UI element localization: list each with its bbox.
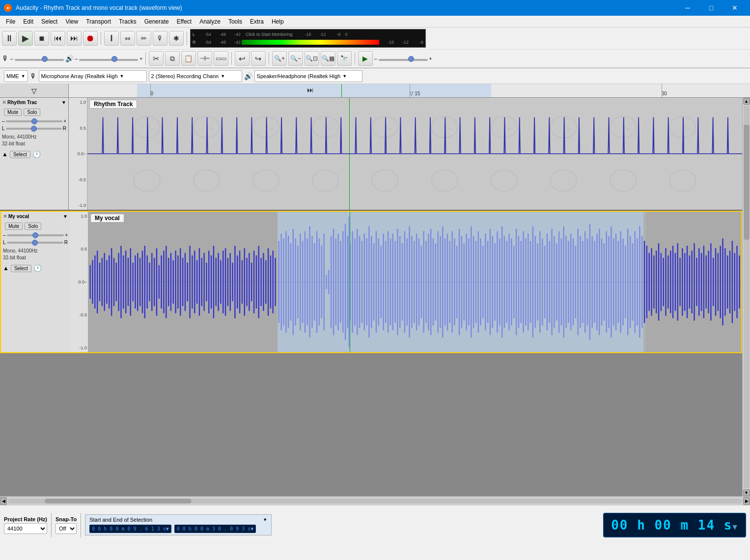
zoom-tool-button[interactable]: 🎙 bbox=[153, 31, 167, 46]
envelope-tool-button[interactable]: ⇔ bbox=[120, 31, 135, 46]
minimize-button[interactable]: ─ bbox=[676, 0, 699, 16]
project-rate-select[interactable]: 44100 bbox=[4, 523, 47, 534]
vocal-select-btn[interactable]: Select bbox=[11, 265, 31, 272]
zoom-sel-button[interactable]: 🔍▦ bbox=[321, 51, 335, 66]
menu-analyze[interactable]: Analyze bbox=[195, 17, 224, 26]
vocal-collapse-icon[interactable]: ▲ bbox=[3, 265, 9, 272]
silence-button[interactable]: ▭▭ bbox=[214, 51, 228, 66]
vocal-solo-btn[interactable]: Solo bbox=[25, 223, 41, 230]
rhythm-collapse-icon[interactable]: ▲ bbox=[2, 151, 8, 158]
menu-effect[interactable]: Effect bbox=[173, 17, 195, 26]
svg-rect-112 bbox=[251, 263, 252, 302]
vocal-track-controls: ✕ My vocal ▼ Mute Solo – bbox=[1, 212, 70, 352]
menu-file[interactable]: File bbox=[2, 17, 19, 26]
play-button[interactable]: ▶ bbox=[18, 31, 33, 46]
rhythm-solo-btn[interactable]: Solo bbox=[24, 109, 40, 116]
vocal-clock-icon[interactable]: 🕐 bbox=[33, 264, 42, 272]
audio-host-select[interactable]: MME ▼ bbox=[4, 70, 28, 82]
undo-button[interactable]: ↩ bbox=[235, 51, 250, 66]
rhythm-track-dropdown[interactable]: ▼ bbox=[61, 100, 66, 105]
scroll-thumb[interactable] bbox=[744, 125, 750, 240]
menu-tracks[interactable]: Tracks bbox=[115, 17, 140, 26]
play-speed-button[interactable]: ▶ bbox=[358, 51, 373, 66]
zoom-other-button[interactable]: 🔭 bbox=[337, 51, 352, 66]
cut-button[interactable]: ✂ bbox=[149, 51, 164, 66]
menu-generate[interactable]: Generate bbox=[140, 17, 173, 26]
svg-rect-280 bbox=[649, 253, 650, 311]
svg-point-15 bbox=[431, 170, 457, 192]
trim-button[interactable]: ⊣⊢ bbox=[197, 51, 212, 66]
menu-help[interactable]: Help bbox=[268, 17, 288, 26]
vocal-gain-thumb[interactable] bbox=[32, 232, 38, 238]
zoom-fit-button[interactable]: 🔍⊡ bbox=[305, 51, 319, 66]
scroll-left-btn[interactable]: ◀ bbox=[0, 497, 7, 505]
sep5 bbox=[269, 52, 269, 65]
select-tool-button[interactable]: I bbox=[104, 31, 119, 46]
svg-rect-75 bbox=[163, 251, 164, 313]
multitool-button[interactable]: ✱ bbox=[169, 31, 184, 46]
pause-button[interactable]: ⏸ bbox=[2, 31, 17, 46]
selection-end-display[interactable]: 0 0 h 0 0 m 3 0 . 0 9 3 s▼ bbox=[174, 525, 256, 533]
vocal-gain-slider[interactable] bbox=[7, 234, 64, 236]
rhythm-pan-thumb[interactable] bbox=[31, 126, 37, 132]
rhythm-gain-slider[interactable] bbox=[6, 120, 63, 122]
vocal-waveform[interactable]: My vocal bbox=[88, 212, 741, 352]
svg-rect-302 bbox=[701, 253, 702, 311]
selection-dropdown-btn[interactable]: ▼ bbox=[263, 517, 267, 522]
menu-transport[interactable]: Transport bbox=[82, 17, 115, 26]
vocal-track-info: Mono, 44100Hz 32-bit float bbox=[1, 246, 70, 263]
vocal-track-dropdown[interactable]: ▼ bbox=[63, 214, 68, 219]
scroll-right-btn[interactable]: ▶ bbox=[743, 497, 750, 505]
skip-end-button[interactable]: ⏭ bbox=[67, 31, 82, 46]
snap-to-select[interactable]: Off bbox=[56, 523, 77, 534]
vocal-pan-slider[interactable] bbox=[7, 242, 63, 244]
rhythm-playhead bbox=[349, 98, 350, 210]
zoom-out-button[interactable]: 🔍− bbox=[288, 51, 303, 66]
vocal-track-waveform-area: 1.0 0.5 0.0– -0.5 -1.0 My vocal bbox=[70, 212, 741, 352]
vocal-pan-thumb[interactable] bbox=[32, 240, 38, 246]
input-volume-slider[interactable] bbox=[15, 56, 64, 61]
maximize-button[interactable]: □ bbox=[700, 0, 722, 16]
vocal-close-btn[interactable]: ✕ bbox=[3, 213, 7, 220]
vertical-scrollbar[interactable]: ▲ ▼ bbox=[742, 98, 750, 496]
rhythm-gain-thumb[interactable] bbox=[31, 118, 37, 124]
svg-rect-316 bbox=[734, 253, 735, 311]
record-button[interactable]: ⏺ bbox=[83, 31, 98, 46]
menu-tools[interactable]: Tools bbox=[224, 17, 246, 26]
big-time-display[interactable]: 00 h 00 m 14 s▼ bbox=[603, 513, 746, 537]
paste-button[interactable]: 📋 bbox=[181, 51, 196, 66]
output-volume-slider[interactable] bbox=[79, 56, 138, 61]
zoom-in-button[interactable]: 🔍+ bbox=[272, 51, 287, 66]
input-device-select[interactable]: Microphone Array (Realtek High ▼ bbox=[39, 70, 147, 82]
input-channels-select[interactable]: 2 (Stereo) Recording Chann ▼ bbox=[149, 70, 242, 82]
menu-extra[interactable]: Extra bbox=[246, 17, 268, 26]
close-button[interactable]: ✕ bbox=[723, 0, 746, 16]
menu-select[interactable]: Select bbox=[37, 17, 61, 26]
scroll-up-btn[interactable]: ▲ bbox=[743, 98, 750, 105]
rhythm-close-btn[interactable]: ✕ bbox=[2, 99, 6, 106]
copy-button[interactable]: ⧉ bbox=[165, 51, 180, 66]
rhythm-waveform[interactable]: Rhythm Track bbox=[87, 98, 742, 210]
horizontal-scrollbar[interactable]: ◀ ▶ bbox=[0, 496, 750, 505]
selection-start-display[interactable]: 0 0 h 0 0 m 0 9 . 6 1 3 s▼ bbox=[89, 525, 171, 533]
menu-edit[interactable]: Edit bbox=[19, 17, 37, 26]
redo-button[interactable]: ↪ bbox=[251, 51, 266, 66]
svg-rect-95 bbox=[211, 255, 212, 308]
vocal-mute-btn[interactable]: Mute bbox=[5, 223, 23, 230]
selection-mode-label: Start and End of Selection bbox=[89, 517, 152, 523]
skip-start-button[interactable]: ⏮ bbox=[51, 31, 65, 46]
rhythm-clock-icon[interactable]: 🕐 bbox=[32, 150, 41, 158]
hscroll-thumb[interactable] bbox=[45, 499, 192, 504]
rhythm-select-btn[interactable]: Select bbox=[10, 151, 30, 158]
output-device-select[interactable]: Speaker/Headphone (Realtek High ▼ bbox=[254, 70, 362, 82]
scroll-down-btn[interactable]: ▼ bbox=[743, 489, 750, 496]
playback-speed-slider[interactable] bbox=[379, 56, 428, 61]
menu-view[interactable]: View bbox=[61, 17, 82, 26]
ruler-mark-30: 30 bbox=[662, 91, 667, 96]
rhythm-mute-btn[interactable]: Mute bbox=[4, 109, 22, 116]
svg-rect-304 bbox=[706, 255, 707, 308]
svg-rect-85 bbox=[187, 263, 188, 302]
stop-button[interactable]: ■ bbox=[34, 31, 49, 46]
draw-tool-button[interactable]: ✏ bbox=[137, 31, 151, 46]
rhythm-pan-slider[interactable] bbox=[6, 128, 62, 130]
